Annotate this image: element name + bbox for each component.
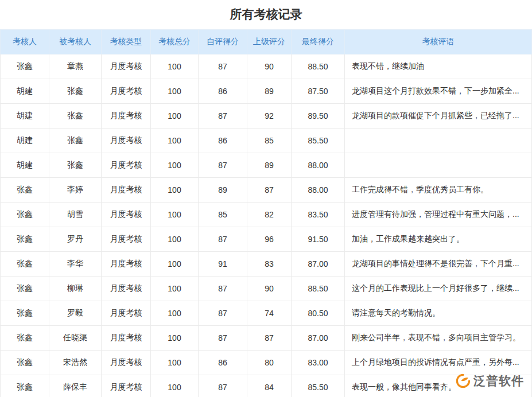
- cell-comment: 龙湖项目这个月打款效果不错，下一步加紧全...: [345, 79, 532, 104]
- cell-self-score: 85: [199, 203, 247, 227]
- column-header-self-score: 自评得分: [199, 30, 247, 55]
- table-row: 张鑫宋浩然月度考核100868083.00上个月绿地项目的投诉情况有点严重，另外…: [1, 351, 532, 375]
- cell-superior-score: 92: [247, 104, 292, 129]
- cell-total-score: 100: [151, 301, 199, 326]
- cell-assessor: 张鑫: [1, 178, 49, 203]
- cell-assessment-type: 月度考核: [102, 351, 151, 375]
- cell-comment: 请注意每天的考勤情况。: [345, 301, 532, 326]
- cell-comment: 这个月的工作表现比上一个月好很多了，继续...: [345, 277, 532, 301]
- cell-assessor: 张鑫: [1, 326, 49, 351]
- cell-total-score: 100: [151, 375, 199, 397]
- cell-self-score: 87: [199, 375, 247, 397]
- cell-assessor: 胡建: [1, 79, 49, 104]
- table-row: 张鑫罗丹月度考核100879691.50加油，工作成果越来越突出了。: [1, 227, 532, 252]
- cell-assessor: 张鑫: [1, 277, 49, 301]
- cell-superior-score: 89: [247, 79, 292, 104]
- cell-total-score: 100: [151, 178, 199, 203]
- cell-final-score: 88.00: [292, 153, 345, 178]
- cell-final-score: 91.50: [292, 227, 345, 252]
- cell-assessee: 胡雪: [49, 203, 102, 227]
- cell-comment: [345, 129, 532, 153]
- cell-assessment-type: 月度考核: [102, 277, 151, 301]
- cell-comment: 进度管理有待加强，管理过程中有重大问题，...: [345, 203, 532, 227]
- cell-self-score: 86: [199, 129, 247, 153]
- cell-final-score: 85.50: [292, 129, 345, 153]
- table-row: 张鑫李婷月度考核100898788.00工作完成得不错，季度优秀员工有你。: [1, 178, 532, 203]
- cell-final-score: 87.50: [292, 79, 345, 104]
- cell-superior-score: 84: [247, 375, 292, 397]
- cell-total-score: 100: [151, 129, 199, 153]
- cell-total-score: 100: [151, 153, 199, 178]
- cell-final-score: 88.50: [292, 55, 345, 79]
- cell-comment: 工作完成得不错，季度优秀员工有你。: [345, 178, 532, 203]
- cell-assessee: 任晓渠: [49, 326, 102, 351]
- cell-total-score: 100: [151, 227, 199, 252]
- cell-self-score: 86: [199, 79, 247, 104]
- page-title: 所有考核记录: [0, 0, 532, 29]
- cell-superior-score: 83: [247, 252, 292, 277]
- cell-comment: [345, 153, 532, 178]
- cell-self-score: 91: [199, 252, 247, 277]
- cell-comment: 龙湖项目的款项催促下个月抓紧些，已经拖了...: [345, 104, 532, 129]
- table-body: 张鑫章燕月度考核100879088.50表现不错，继续加油胡建张鑫月度考核100…: [1, 55, 532, 397]
- cell-superior-score: 90: [247, 277, 292, 301]
- cell-assessee: 薛保丰: [49, 375, 102, 397]
- table-row: 胡建张鑫月度考核100868585.50: [1, 129, 532, 153]
- cell-assessment-type: 月度考核: [102, 375, 151, 397]
- cell-assessment-type: 月度考核: [102, 252, 151, 277]
- cell-assessor: 张鑫: [1, 351, 49, 375]
- column-header-superior-score: 上级评分: [247, 30, 292, 55]
- cell-assessment-type: 月度考核: [102, 203, 151, 227]
- cell-superior-score: 87: [247, 326, 292, 351]
- cell-assessment-type: 月度考核: [102, 227, 151, 252]
- cell-assessor: 胡建: [1, 153, 49, 178]
- cell-total-score: 100: [151, 326, 199, 351]
- cell-assessment-type: 月度考核: [102, 178, 151, 203]
- cell-assessee: 张鑫: [49, 104, 102, 129]
- cell-assessee: 张鑫: [49, 129, 102, 153]
- cell-superior-score: 80: [247, 351, 292, 375]
- cell-assessee: 张鑫: [49, 153, 102, 178]
- cell-assessee: 宋浩然: [49, 351, 102, 375]
- cell-total-score: 100: [151, 104, 199, 129]
- cell-assessee: 柳琳: [49, 277, 102, 301]
- cell-superior-score: 87: [247, 178, 292, 203]
- column-header-comment: 考核评语: [345, 30, 532, 55]
- cell-total-score: 100: [151, 55, 199, 79]
- cell-assessor: 胡建: [1, 129, 49, 153]
- column-header-assessee: 被考核人: [49, 30, 102, 55]
- cell-comment: 龙湖项目的事情处理得不是很完善，下个月重...: [345, 252, 532, 277]
- cell-assessor: 张鑫: [1, 301, 49, 326]
- cell-assessee: 章燕: [49, 55, 102, 79]
- cell-superior-score: 96: [247, 227, 292, 252]
- cell-self-score: 87: [199, 277, 247, 301]
- cell-superior-score: 74: [247, 301, 292, 326]
- cell-assessment-type: 月度考核: [102, 104, 151, 129]
- cell-assessment-type: 月度考核: [102, 326, 151, 351]
- cell-assessee: 李婷: [49, 178, 102, 203]
- cell-assessment-type: 月度考核: [102, 129, 151, 153]
- table-row: 胡建张鑫月度考核100868987.50龙湖项目这个月打款效果不错，下一步加紧全…: [1, 79, 532, 104]
- cell-assessor: 张鑫: [1, 55, 49, 79]
- cell-assessor: 张鑫: [1, 252, 49, 277]
- table-row: 张鑫任晓渠月度考核100878787.00刚来公司半年，表现不错，多向项目主管学…: [1, 326, 532, 351]
- table-row: 胡建张鑫月度考核100878988.00: [1, 153, 532, 178]
- cell-self-score: 87: [199, 55, 247, 79]
- cell-final-score: 88.50: [292, 277, 345, 301]
- table-row: 张鑫李华月度考核100918387.00龙湖项目的事情处理得不是很完善，下个月重…: [1, 252, 532, 277]
- cell-total-score: 100: [151, 203, 199, 227]
- cell-assessor: 张鑫: [1, 375, 49, 397]
- column-header-final-score: 最终得分: [292, 30, 345, 55]
- table-row: 张鑫胡雪月度考核100858283.50进度管理有待加强，管理过程中有重大问题，…: [1, 203, 532, 227]
- cell-superior-score: 89: [247, 153, 292, 178]
- table-header-row: 考核人被考核人考核类型考核总分自评得分上级评分最终得分考核评语: [1, 30, 532, 55]
- cell-superior-score: 82: [247, 203, 292, 227]
- cell-assessee: 罗毅: [49, 301, 102, 326]
- cell-final-score: 87.00: [292, 252, 345, 277]
- cell-final-score: 88.00: [292, 178, 345, 203]
- cell-superior-score: 90: [247, 55, 292, 79]
- cell-self-score: 86: [199, 351, 247, 375]
- cell-assessment-type: 月度考核: [102, 153, 151, 178]
- cell-self-score: 89: [199, 178, 247, 203]
- assessment-records-table: 考核人被考核人考核类型考核总分自评得分上级评分最终得分考核评语 张鑫章燕月度考核…: [0, 29, 532, 397]
